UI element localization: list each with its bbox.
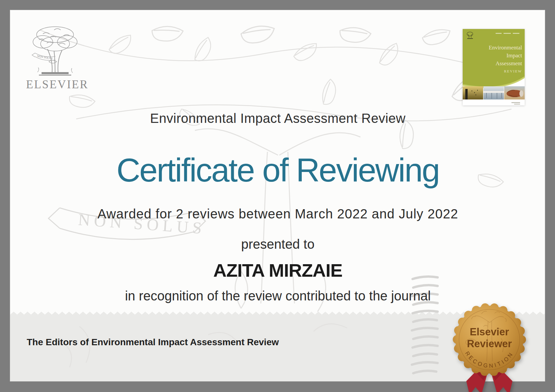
seal-line-1: Elsevier — [470, 326, 509, 338]
presented-to-line: presented to — [10, 238, 545, 251]
outer-frame: NON SOLUS — [0, 0, 555, 392]
cover-subtitle: REVIEW — [504, 69, 522, 73]
reviewer-recognition-seal: Elsevier Reviewer RECOGNITION — [450, 299, 529, 392]
elsevier-tree-icon: NON SOLUS — [27, 23, 83, 76]
cover-publisher-info — [511, 102, 520, 104]
seal-medal: Elsevier Reviewer RECOGNITION — [455, 306, 523, 374]
awarded-line: Awarded for 2 reviews between March 2022… — [10, 207, 545, 220]
cover-title-line-2: Impact — [507, 52, 522, 59]
journal-cover-art: Environmental Impact Assessment REVIEW — [463, 29, 525, 105]
cover-title-line-3: Assessment — [496, 60, 522, 67]
cover-issue-info — [496, 33, 519, 34]
cover-photo-strip — [463, 86, 525, 99]
seal-line-2: Reviewer — [467, 338, 512, 350]
logo-motto: NON SOLUS — [37, 54, 53, 60]
cover-title-line-1: Environmental — [489, 44, 522, 51]
journal-name-line: Environmental Impact Assessment Review — [10, 112, 545, 125]
editors-signature-line: The Editors of Environmental Impact Asse… — [27, 337, 279, 348]
certificate: NON SOLUS — [10, 10, 545, 381]
elsevier-logo: NON SOLUS ELSEVIER — [26, 23, 84, 91]
elsevier-wordmark: ELSEVIER — [26, 78, 84, 91]
journal-cover-thumbnail: Environmental Impact Assessment REVIEW — [463, 29, 525, 105]
certificate-title: Certificate of Reviewing — [10, 154, 545, 186]
recipient-name: AZITA MIRZAIE — [10, 261, 545, 280]
